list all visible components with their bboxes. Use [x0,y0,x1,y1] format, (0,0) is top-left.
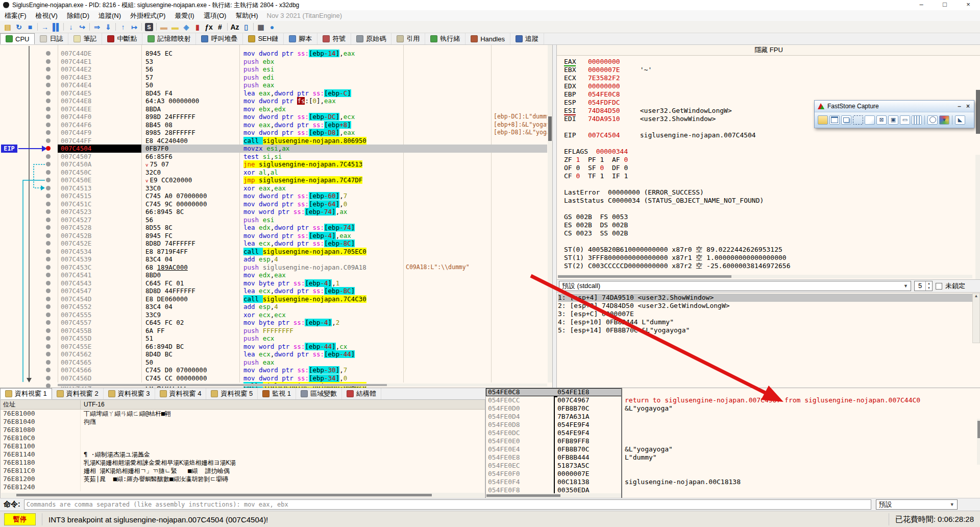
disasm-row[interactable]: 007C44E256push esi [0,65,547,74]
disassembly-vertical-scrollbar[interactable] [548,45,552,382]
fs-capture-scrolling-icon[interactable]: ▣ [888,115,898,125]
close-button[interactable]: × [957,0,980,10]
fs-capture-freehand-icon[interactable] [865,115,875,125]
breakpoint-dot[interactable] [46,376,51,380]
breakpoint-dot[interactable] [46,162,51,166]
run-icon[interactable]: → [39,22,51,32]
scrollbar-thumb[interactable] [977,421,980,438]
register-line[interactable]: ES 002B DS 002B [564,221,969,229]
fs-record-icon[interactable] [912,115,922,125]
register-line[interactable]: EDX 00000000 [564,82,969,90]
register-line[interactable]: ST(1) 3FFF8000000000000000 x87r1 空 1.000… [564,254,969,262]
fs-settings-icon[interactable]: ▾ [939,115,949,125]
disasm-row[interactable]: 007C455B6A FFpush FFFFFFFF [0,327,547,335]
fs-open-icon[interactable] [818,115,828,125]
stack-row[interactable]: 054FE0DC054FE9F4 [486,429,622,437]
run-down-icon[interactable]: ⇓ [103,22,114,32]
disasm-row[interactable]: 007C451333C0xor eax,eax [0,184,547,193]
scrollbar-thumb[interactable] [548,116,552,141]
menu-item[interactable]: 除錯(D) [62,11,94,20]
tab-追蹤[interactable]: 追蹤 [510,33,544,44]
disassembly-panel[interactable]: 007C44DE8945 ECmov dword ptr ss:[ebp-14]… [0,45,553,388]
restart-icon[interactable]: ↻ [13,22,24,32]
dump-row[interactable]: 76E81180乳湯K湯姍相翸湯愛相諫金愛相早湯K湯焙相姍相ヨ湯K湯 [1,459,485,467]
stack-horizontal-scrollbar[interactable] [486,493,621,498]
breakpoint-dot[interactable] [46,281,51,285]
breakpoint-dot[interactable] [46,75,51,80]
tab-結構體[interactable]: 結構體 [342,388,381,399]
breakpoint-dot[interactable] [46,170,51,175]
tab-資料視窗 3[interactable]: 資料視窗 3 [104,388,155,399]
stack-comments-panel[interactable]: return to siglusengine-nojapan.007C4967 … [621,388,980,498]
disasm-row[interactable]: 007C455533C9xor ecx,ecx [0,311,547,319]
stack-row[interactable]: 054FE0F00000007E [486,470,622,478]
stepper-up-icon[interactable]: ▲ [926,281,932,286]
disasm-row[interactable]: 007C456DC745 CC 00000000mov dword ptr ss… [0,374,547,382]
disasm-row[interactable]: 007C45288D55 8Clea edx,dword ptr ss:[ebp… [0,224,547,232]
breakpoint-dot[interactable] [46,130,51,135]
register-line[interactable]: EBX 0000007E '~' [564,66,969,74]
disasm-row[interactable]: 007C44E357push edi [0,74,547,82]
disasm-row[interactable]: 007C452E8D8D 74FFFFFFlea ecx,dword ptr s… [0,239,547,248]
disasm-row[interactable]: 007C455E66:894D BCmov word ptr ss:[ebp-4… [0,343,547,351]
registers-vertical-scrollbar[interactable] [975,155,980,288]
tab-執行緒[interactable]: 執行緒 [425,33,465,44]
disasm-row[interactable]: 007C453983C4 04add esp,4 [0,255,547,264]
breakpoint-dot[interactable] [46,320,51,325]
register-line[interactable]: EBP 054FE0C8 [564,90,969,99]
stack-comment[interactable]: L"dummy" [622,453,980,462]
disasm-row[interactable]: 007C45040FB7F0movzx esi,ax [0,145,547,153]
disasm-row[interactable]: 007C4566C745 D0 07000000mov dword ptr ss… [0,366,547,374]
disasm-row[interactable]: 007C44EE8BDAmov ebx,edx [0,105,547,113]
tab-資料視窗 4[interactable]: 資料視窗 4 [155,388,207,399]
disasm-row[interactable]: 007C455283C4 04add esp,4 [0,303,547,311]
fs-delay-icon[interactable] [927,115,938,125]
breakpoint-dot[interactable] [46,202,51,206]
open-file-icon[interactable]: ▤ [2,22,13,32]
disasm-row[interactable]: 007C44E450push eax [0,81,547,89]
stack-comment[interactable] [622,437,980,445]
fs-capture-fullscreen-icon[interactable]: ⊠ [876,115,887,125]
fs-logo-icon[interactable]: ◣ [955,115,965,125]
disasm-row[interactable]: 007C4557C645 FC 02mov byte ptr ss:[ebp-4… [0,319,547,327]
tab-腳本[interactable]: 腳本 [284,33,317,44]
stack-comment[interactable] [622,462,980,470]
argument-count-stepper[interactable]: 5 ▲▼ [914,281,933,291]
calculator-icon[interactable]: ▦ [255,22,266,32]
breakpoint-dot[interactable] [46,209,51,214]
disasm-row[interactable]: 007C452756push esi [0,216,547,224]
breakpoint-dot[interactable] [46,107,51,111]
dump-row[interactable]: 76E81040㣘蘟 [1,418,485,426]
register-line[interactable]: EIP 007C4504 siglusengine-nojapan.007C45… [564,131,969,139]
comment-icon[interactable]: ▬ [169,22,181,32]
fs-capture-fixed-icon[interactable]: ▭ [900,115,910,125]
faststone-close-button[interactable]: × [966,103,970,110]
breakpoint-dot[interactable] [46,99,51,103]
disasm-row[interactable]: 007C456550push eax [0,358,547,367]
label-icon[interactable]: ◈ [181,22,192,32]
dump-row[interactable]: 76E81000丅纈埤纈ㄚ纈ㄢ纈ㄈ纈@桔杆■翺 [1,410,485,418]
dump-panel[interactable]: 資料視窗 1資料視窗 2資料視窗 3資料視窗 4資料視窗 5監視 1區域變數結構… [0,388,485,498]
breakpoint-dot[interactable] [46,273,51,277]
menu-item[interactable]: 檔案(F) [0,11,31,20]
stack-row[interactable]: 054FE0D00FB8B70C [486,404,622,413]
stack-row[interactable]: 054FE0E40FB8B70C [486,445,622,453]
register-line[interactable]: EFLAGS 00000344 [564,148,969,156]
menu-item[interactable]: 選項(O) [199,11,231,20]
disasm-row[interactable]: 007C450Av75 07jne siglusengine-nojapan.7… [0,160,547,169]
disasm-row[interactable]: 007C452366:8945 8Cmov word ptr ss:[ebp-7… [0,208,547,216]
breakpoint-dot[interactable] [46,225,51,230]
dump-horizontal-scrollbar[interactable] [1,493,484,497]
breakpoint-dot[interactable] [46,186,51,190]
arguments-scrollbar[interactable]: ▲ [972,293,980,343]
tab-原始碼[interactable]: 原始碼 [351,33,391,44]
maximize-button[interactable]: □ [933,0,957,10]
scrollbar-thumb[interactable] [976,90,980,134]
disasm-row[interactable]: 007C455D51push ecx [0,334,547,343]
stack-row[interactable]: 054FE0F400C18138 [486,478,622,486]
register-line[interactable]: ECX 7E3582F2 [564,74,969,82]
breakpoint-dot[interactable] [46,114,51,119]
disasm-row[interactable]: 007C4543C645 FC 01mov byte ptr ss:[ebp-4… [0,279,547,288]
breakpoint-dot[interactable] [46,138,51,143]
breakpoint-dot[interactable] [46,91,51,95]
